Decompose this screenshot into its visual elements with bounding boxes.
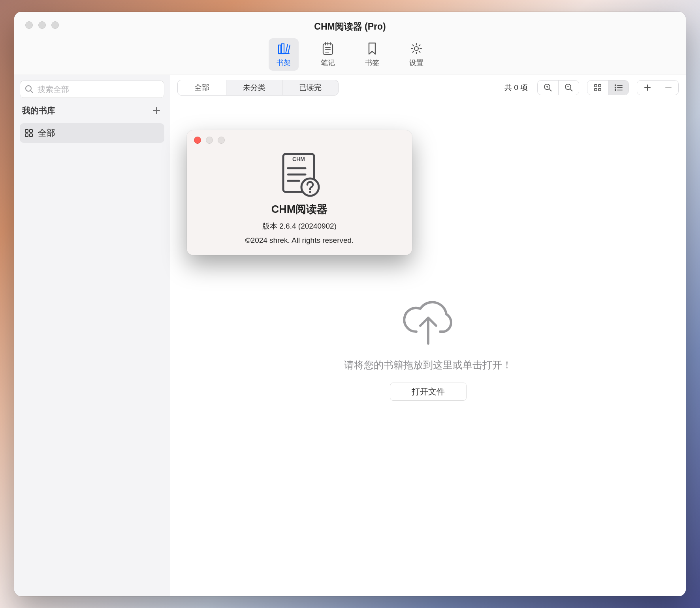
filter-segment: 全部 未分类 已读完 bbox=[177, 80, 339, 96]
minimize-window-button[interactable] bbox=[38, 21, 46, 29]
svg-text:CHM: CHM bbox=[292, 156, 305, 162]
item-count: 共 0 项 bbox=[504, 83, 528, 93]
remove-item-button[interactable] bbox=[658, 81, 678, 95]
filter-all[interactable]: 全部 bbox=[178, 80, 226, 95]
svg-rect-20 bbox=[30, 134, 32, 137]
tab-bookmarks[interactable]: 书签 bbox=[357, 38, 387, 71]
svg-rect-30 bbox=[595, 88, 597, 91]
about-dialog: CHM CHM阅读器 版本 2.6.4 (20240902) ©2024 shr… bbox=[187, 130, 412, 255]
list-view-button[interactable] bbox=[608, 81, 628, 95]
svg-line-22 bbox=[549, 89, 551, 91]
add-library-button[interactable] bbox=[151, 105, 162, 116]
search-input[interactable] bbox=[38, 85, 159, 94]
search-field[interactable] bbox=[20, 81, 164, 98]
about-version: 版本 2.6.4 (20240902) bbox=[262, 221, 337, 231]
svg-rect-18 bbox=[30, 129, 32, 132]
open-file-button[interactable]: 打开文件 bbox=[390, 383, 467, 401]
about-zoom-button[interactable] bbox=[218, 137, 225, 144]
svg-rect-1 bbox=[278, 45, 281, 54]
zoom-window-button[interactable] bbox=[51, 21, 59, 29]
about-copyright: ©2024 shrek. All rights reserved. bbox=[245, 236, 354, 245]
zoom-in-button[interactable] bbox=[538, 81, 558, 95]
about-close-button[interactable] bbox=[194, 137, 201, 144]
svg-point-34 bbox=[615, 87, 615, 88]
svg-rect-2 bbox=[282, 44, 284, 54]
about-minimize-button[interactable] bbox=[206, 137, 213, 144]
tab-bookshelf-label: 书架 bbox=[277, 58, 291, 68]
grid-icon bbox=[24, 129, 33, 137]
tab-bookmarks-label: 书签 bbox=[365, 58, 379, 68]
window-title: CHM阅读器 (Pro) bbox=[314, 21, 386, 33]
svg-point-36 bbox=[615, 90, 615, 90]
zoom-out-button[interactable] bbox=[558, 81, 579, 95]
filter-bar: 全部 未分类 已读完 共 0 项 bbox=[170, 75, 686, 100]
sidebar: 我的书库 全部 bbox=[14, 75, 170, 596]
grid-view-button[interactable] bbox=[587, 81, 608, 95]
add-item-button[interactable] bbox=[637, 81, 658, 95]
gear-icon bbox=[409, 41, 423, 56]
search-icon bbox=[25, 85, 34, 94]
tab-notes-label: 笔记 bbox=[321, 58, 335, 68]
tab-bookshelf[interactable]: 书架 bbox=[269, 38, 299, 71]
svg-rect-28 bbox=[595, 84, 597, 87]
about-titlebar bbox=[187, 130, 412, 150]
filter-uncategorized[interactable]: 未分类 bbox=[226, 80, 282, 95]
library-title: 我的书库 bbox=[22, 105, 55, 116]
svg-rect-29 bbox=[598, 84, 601, 87]
window-controls bbox=[25, 21, 59, 29]
zoom-group bbox=[537, 80, 579, 95]
svg-point-13 bbox=[26, 86, 31, 91]
main-toolbar: 书架 笔记 bbox=[269, 38, 431, 71]
empty-message: 请将您的书籍拖放到这里或单击打开！ bbox=[344, 358, 512, 372]
svg-rect-31 bbox=[598, 88, 601, 91]
add-remove-group bbox=[637, 80, 679, 95]
tab-settings-label: 设置 bbox=[409, 58, 423, 68]
about-body: CHM CHM阅读器 版本 2.6.4 (20240902) ©2024 shr… bbox=[187, 150, 412, 245]
bookshelf-icon bbox=[277, 41, 291, 56]
notes-icon bbox=[321, 41, 335, 56]
svg-point-12 bbox=[414, 47, 418, 51]
sidebar-item-all[interactable]: 全部 bbox=[20, 123, 164, 143]
tab-settings[interactable]: 设置 bbox=[401, 38, 431, 71]
sidebar-item-label: 全部 bbox=[38, 127, 55, 139]
app-icon: CHM bbox=[278, 151, 321, 197]
svg-point-32 bbox=[615, 85, 615, 86]
about-app-name: CHM阅读器 bbox=[271, 202, 328, 216]
svg-line-4 bbox=[288, 45, 290, 54]
main-window: CHM阅读器 (Pro) 书架 bbox=[14, 12, 686, 596]
svg-point-48 bbox=[309, 191, 311, 193]
svg-rect-17 bbox=[25, 129, 28, 132]
filter-read[interactable]: 已读完 bbox=[282, 80, 338, 95]
bookmark-icon bbox=[365, 41, 379, 56]
svg-rect-19 bbox=[25, 134, 28, 137]
view-mode-group bbox=[587, 80, 629, 95]
titlebar: CHM阅读器 (Pro) 书架 bbox=[14, 12, 686, 75]
upload-icon bbox=[401, 296, 456, 347]
svg-line-3 bbox=[286, 45, 288, 54]
svg-line-14 bbox=[31, 91, 33, 93]
library-header: 我的书库 bbox=[20, 105, 164, 116]
svg-line-26 bbox=[570, 89, 572, 91]
close-window-button[interactable] bbox=[25, 21, 33, 29]
tab-notes[interactable]: 笔记 bbox=[313, 38, 343, 71]
